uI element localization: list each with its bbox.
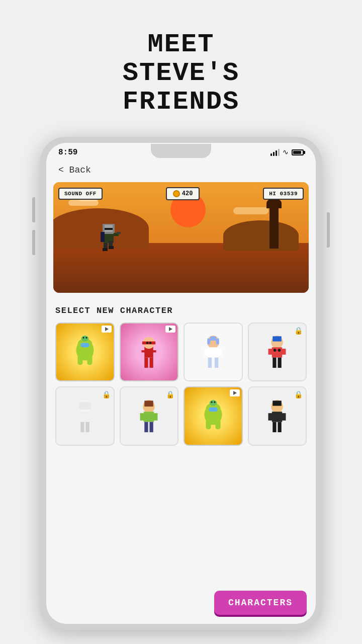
building-silhouette bbox=[269, 208, 279, 249]
phone-notch bbox=[151, 144, 211, 158]
svg-rect-35 bbox=[208, 358, 212, 368]
coin-display: 420 bbox=[166, 187, 200, 200]
character-card-7[interactable] bbox=[184, 386, 243, 446]
svg-rect-3 bbox=[105, 228, 113, 230]
cloud-3 bbox=[233, 207, 268, 214]
phone-frame: 8:59 ∿ < Back bbox=[40, 137, 322, 630]
svg-rect-4 bbox=[101, 232, 105, 242]
svg-rect-32 bbox=[208, 348, 218, 358]
svg-rect-13 bbox=[80, 343, 89, 348]
video-badge-1 bbox=[102, 326, 112, 333]
game-character bbox=[94, 216, 124, 260]
lock-icon-6: 🔒 bbox=[166, 390, 174, 399]
svg-point-67 bbox=[214, 401, 215, 403]
svg-rect-43 bbox=[282, 349, 286, 355]
svg-point-27 bbox=[149, 342, 151, 344]
battery-icon bbox=[292, 149, 304, 155]
svg-rect-30 bbox=[207, 339, 210, 345]
svg-rect-74 bbox=[278, 422, 282, 432]
game-banner: SOUND OFF 420 HI 03539 bbox=[53, 182, 309, 293]
character-card-3[interactable] bbox=[184, 323, 243, 382]
hi-score-display: HI 03539 bbox=[263, 188, 304, 200]
svg-rect-25 bbox=[150, 358, 153, 368]
svg-point-41 bbox=[278, 349, 281, 352]
char-sprite-2 bbox=[134, 334, 164, 369]
char-sprite-5 bbox=[70, 398, 100, 434]
svg-rect-14 bbox=[77, 355, 82, 365]
svg-rect-10 bbox=[117, 232, 121, 234]
characters-button[interactable]: CHARACTERS bbox=[214, 591, 307, 615]
svg-rect-23 bbox=[153, 350, 156, 352]
svg-point-26 bbox=[146, 342, 148, 344]
svg-rect-21 bbox=[142, 342, 155, 345]
back-button[interactable]: < Back bbox=[46, 159, 316, 178]
coin-icon bbox=[173, 190, 180, 197]
svg-rect-51 bbox=[80, 422, 84, 432]
status-icons: ∿ bbox=[270, 148, 304, 156]
svg-rect-49 bbox=[76, 412, 80, 422]
svg-rect-55 bbox=[144, 412, 154, 422]
char-sprite-6 bbox=[134, 398, 164, 434]
character-card-8[interactable]: 🔒 bbox=[248, 386, 307, 446]
svg-rect-22 bbox=[142, 350, 145, 352]
svg-rect-69 bbox=[273, 400, 282, 406]
lock-icon-5: 🔒 bbox=[102, 390, 111, 399]
signal-icon bbox=[270, 149, 280, 156]
character-card-5[interactable]: 🔒 bbox=[55, 386, 115, 446]
ground-bump-2 bbox=[223, 220, 299, 251]
character-card-1[interactable] bbox=[55, 323, 115, 382]
svg-rect-54 bbox=[145, 400, 154, 407]
svg-rect-62 bbox=[209, 407, 218, 412]
svg-rect-63 bbox=[206, 419, 211, 429]
svg-rect-56 bbox=[140, 413, 145, 421]
svg-point-17 bbox=[82, 337, 84, 339]
svg-rect-52 bbox=[85, 422, 89, 432]
lock-icon-4: 🔒 bbox=[294, 327, 303, 335]
characters-btn-area: CHARACTERS bbox=[46, 586, 316, 624]
svg-rect-47 bbox=[79, 402, 90, 410]
volume-up-button[interactable] bbox=[32, 197, 35, 222]
status-time: 8:59 bbox=[58, 148, 77, 157]
svg-point-65 bbox=[209, 400, 217, 406]
coin-count: 420 bbox=[182, 190, 193, 197]
char-sprite-4 bbox=[262, 334, 292, 369]
characters-grid: 🔒 🔒 bbox=[55, 323, 307, 446]
svg-point-16 bbox=[81, 336, 88, 342]
sound-off-button[interactable]: SOUND OFF bbox=[58, 188, 103, 200]
content-area: SELECT NEW CHARACTER bbox=[46, 297, 316, 586]
svg-rect-24 bbox=[145, 358, 148, 368]
svg-point-18 bbox=[85, 337, 87, 339]
svg-rect-70 bbox=[272, 412, 282, 422]
video-badge-2 bbox=[165, 326, 175, 333]
character-card-4[interactable]: 🔒 bbox=[248, 323, 307, 382]
svg-rect-64 bbox=[215, 419, 220, 429]
svg-rect-48 bbox=[80, 412, 90, 422]
svg-rect-58 bbox=[145, 422, 148, 432]
lock-icon-8: 🔒 bbox=[294, 390, 303, 399]
game-hud: SOUND OFF 420 HI 03539 bbox=[58, 187, 304, 200]
svg-point-66 bbox=[211, 401, 212, 403]
power-button[interactable] bbox=[327, 212, 330, 248]
svg-rect-44 bbox=[273, 358, 277, 368]
svg-rect-15 bbox=[87, 355, 92, 365]
svg-rect-33 bbox=[204, 349, 209, 356]
volume-down-button[interactable] bbox=[32, 230, 35, 255]
svg-rect-59 bbox=[150, 422, 153, 432]
svg-rect-57 bbox=[153, 413, 158, 421]
char-sprite-7 bbox=[198, 398, 228, 434]
svg-rect-29 bbox=[210, 337, 216, 341]
char-sprite-3 bbox=[198, 334, 228, 369]
svg-rect-38 bbox=[273, 337, 282, 342]
svg-rect-42 bbox=[268, 349, 273, 355]
character-card-2[interactable] bbox=[120, 323, 179, 382]
svg-point-40 bbox=[274, 349, 277, 352]
char-sprite-1 bbox=[70, 334, 100, 369]
svg-rect-71 bbox=[268, 413, 273, 421]
svg-rect-72 bbox=[282, 413, 286, 421]
svg-rect-34 bbox=[218, 349, 222, 356]
svg-rect-73 bbox=[273, 422, 277, 432]
character-card-6[interactable]: 🔒 bbox=[120, 386, 179, 446]
svg-rect-8 bbox=[109, 246, 114, 249]
char-sprite-8 bbox=[262, 398, 292, 434]
wifi-icon: ∿ bbox=[283, 148, 289, 156]
